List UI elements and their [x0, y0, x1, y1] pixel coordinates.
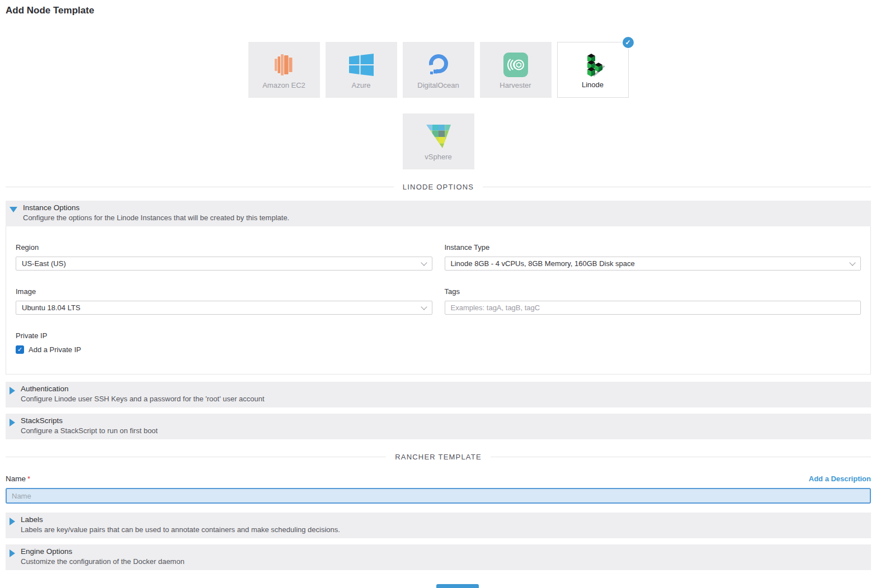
provider-tile-digitalocean[interactable]: DigitalOcean — [403, 42, 474, 98]
provider-tile-label: DigitalOcean — [417, 81, 459, 89]
provider-tile-vsphere[interactable]: vSphere — [403, 113, 474, 169]
instance-type-select[interactable]: Linode 8GB - 4 vCPUs, 8GB Memory, 160GB … — [445, 257, 861, 271]
accordion-subtitle: Configure a StackScript to run on first … — [21, 426, 158, 435]
required-asterisk: * — [27, 475, 30, 483]
checkmark-glyph: ✓ — [625, 39, 630, 46]
linode-logo-icon: linode.com — [558, 51, 628, 79]
accordion-authentication[interactable]: Authentication Configure Linode user SSH… — [6, 382, 871, 407]
provider-tile-linode[interactable]: ✓ — [557, 42, 629, 98]
instance-type-label: Instance Type — [445, 243, 861, 252]
provider-tile-label: Linode — [582, 80, 604, 89]
image-field: Image Ubuntu 18.04 LTS — [16, 287, 432, 315]
region-select[interactable]: US-East (US) — [16, 257, 432, 271]
accordion-engine-options[interactable]: Engine Options Customize the configurati… — [6, 544, 871, 570]
accordion-instance-options[interactable]: Instance Options Configure the options f… — [6, 201, 871, 226]
chevron-down-icon — [421, 259, 427, 265]
name-label: Name* — [6, 475, 30, 483]
tags-field: Tags — [445, 287, 861, 315]
private-ip-checkbox[interactable]: ✓ — [16, 345, 24, 354]
accordion-subtitle: Configure the options for the Linode Ins… — [23, 214, 289, 222]
provider-tile-label: Azure — [352, 81, 371, 89]
harvester-logo-icon — [480, 51, 552, 79]
caret-right-icon — [10, 419, 15, 426]
accordion-title: Instance Options — [23, 203, 289, 212]
chevron-down-icon — [849, 259, 855, 265]
accordion-stackscripts[interactable]: StackScripts Configure a StackScript to … — [6, 414, 871, 439]
instance-type-field: Instance Type Linode 8GB - 4 vCPUs, 8GB … — [445, 243, 861, 271]
linode-options-divider-label: LINODE OPTIONS — [403, 183, 474, 191]
add-node-template-form: Amazon EC2 Azure DigitalO — [6, 0, 871, 588]
tags-label: Tags — [445, 287, 861, 296]
name-input[interactable] — [6, 488, 871, 504]
name-field-header: Name* Add a Description — [6, 475, 871, 483]
provider-tile-label: Harvester — [500, 81, 531, 89]
accordion-labels[interactable]: Labels Labels are key/value pairs that c… — [6, 513, 871, 538]
accordion-subtitle: Configure Linode user SSH Keys and a pas… — [21, 395, 265, 403]
provider-tile-label: vSphere — [425, 153, 451, 161]
caret-down-icon — [10, 207, 17, 212]
azure-logo-icon — [326, 51, 397, 79]
rancher-template-divider-label: RANCHER TEMPLATE — [395, 453, 482, 461]
image-select[interactable]: Ubuntu 18.04 LTS — [16, 301, 432, 315]
amazon-ec2-logo-icon — [248, 51, 320, 79]
image-label: Image — [16, 287, 432, 296]
name-label-text: Name — [6, 475, 26, 483]
private-ip-checkbox-label: Add a Private IP — [29, 345, 81, 354]
private-ip-field: Private IP ✓ Add a Private IP — [16, 331, 861, 354]
provider-tile-amazon-ec2[interactable]: Amazon EC2 — [248, 42, 320, 98]
tags-input[interactable] — [445, 301, 861, 315]
region-label: Region — [16, 243, 432, 252]
provider-tile-harvester[interactable]: Harvester — [480, 42, 552, 98]
caret-right-icon — [10, 518, 15, 525]
chevron-down-icon — [421, 304, 427, 310]
instance-type-select-value: Linode 8GB - 4 vCPUs, 8GB Memory, 160GB … — [451, 259, 635, 268]
accordion-subtitle: Labels are key/value pairs that can be u… — [21, 525, 340, 534]
add-description-link[interactable]: Add a Description — [809, 475, 871, 483]
digitalocean-logo-icon — [403, 51, 474, 79]
provider-tile-azure[interactable]: Azure — [326, 42, 397, 98]
accordion-title: Authentication — [21, 385, 265, 393]
accordion-title: Engine Options — [21, 547, 185, 556]
provider-tiles-row-2: vSphere — [6, 113, 871, 169]
selected-check-icon: ✓ — [621, 36, 635, 49]
instance-options-body: Region US-East (US) Instance Type Linode… — [6, 226, 871, 374]
checkmark-icon: ✓ — [17, 346, 22, 353]
provider-tile-label: Amazon EC2 — [262, 81, 305, 89]
vsphere-logo-icon — [403, 122, 474, 150]
caret-right-icon — [10, 549, 15, 557]
private-ip-checkbox-row[interactable]: ✓ Add a Private IP — [16, 345, 861, 354]
form-footer: Cancel Create — [6, 584, 871, 588]
rancher-template-divider: RANCHER TEMPLATE — [6, 453, 871, 461]
accordion-title: Labels — [21, 515, 340, 524]
create-button[interactable]: Create — [436, 584, 479, 588]
caret-right-icon — [10, 387, 15, 395]
provider-tiles-row-1: Amazon EC2 Azure DigitalO — [6, 42, 871, 98]
accordion-subtitle: Customize the configuration of the Docke… — [21, 557, 185, 566]
image-select-value: Ubuntu 18.04 LTS — [22, 304, 81, 312]
region-select-value: US-East (US) — [22, 259, 66, 268]
region-field: Region US-East (US) — [16, 243, 432, 271]
private-ip-label: Private IP — [16, 331, 861, 340]
linode-options-divider: LINODE OPTIONS — [6, 183, 871, 191]
accordion-title: StackScripts — [21, 416, 158, 425]
